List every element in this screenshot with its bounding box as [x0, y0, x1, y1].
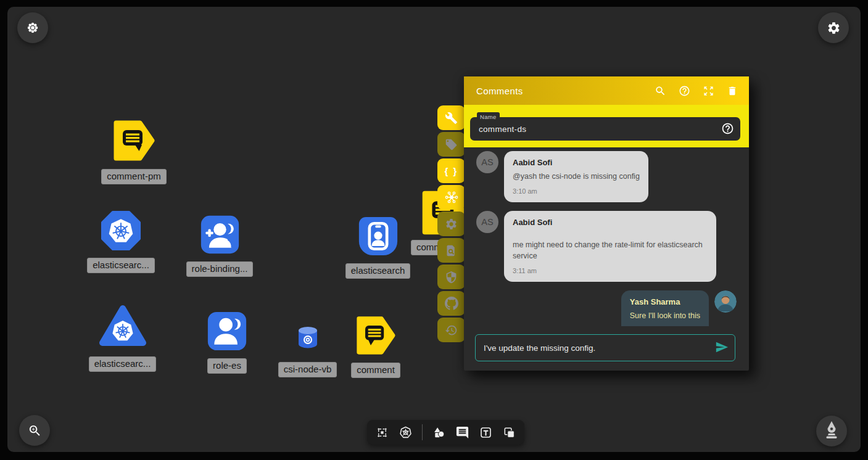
settings-button[interactable]	[437, 212, 465, 236]
node-label: role-binding...	[186, 261, 254, 277]
node-comment-pm[interactable]: comment-pm	[100, 119, 168, 184]
storage-cylinder-icon	[297, 326, 319, 350]
app-logo-button[interactable]	[17, 12, 48, 43]
node-role-binding[interactable]: role-binding...	[185, 215, 254, 277]
chat-input[interactable]	[476, 335, 735, 361]
github-button[interactable]	[437, 291, 465, 316]
shield-icon	[445, 271, 458, 284]
wrench-icon	[445, 112, 458, 125]
wrench-button[interactable]	[437, 105, 465, 130]
send-icon[interactable]	[715, 340, 729, 354]
message-bubble: Aabid Sofi @yash the csi-node is missing…	[504, 151, 648, 202]
doc-search-button[interactable]	[437, 238, 465, 263]
message-row: Yash Sharma Sure I'll look into this 3:2…	[464, 290, 749, 326]
message-author: Yash Sharma	[630, 297, 700, 308]
avatar-photo	[714, 290, 737, 313]
components-tool-button[interactable]	[375, 425, 389, 440]
gear-icon	[827, 21, 841, 35]
github-icon	[445, 297, 458, 310]
gear-icon	[445, 218, 458, 231]
history-button[interactable]	[437, 318, 465, 342]
service-account-icon	[358, 216, 399, 257]
message-time: 3:11 am	[513, 266, 708, 276]
mesh-asterisk-icon	[444, 190, 459, 205]
design-canvas[interactable]: comment-pm elasticsearc...	[7, 7, 861, 452]
node-label: elasticsearch	[345, 263, 411, 279]
message-row: AS Aabid Sofi @yash the csi-node is miss…	[464, 151, 749, 202]
message-author: Aabid Sofi	[513, 217, 708, 229]
node-label: comment	[351, 363, 400, 378]
name-field-block: Name	[464, 105, 749, 147]
zoom-fab[interactable]	[19, 415, 50, 446]
settings-fab[interactable]	[818, 12, 849, 43]
avatar: AS	[476, 211, 498, 233]
name-input[interactable]	[470, 117, 740, 141]
pen-nib-icon	[816, 416, 847, 446]
messages-list[interactable]: AS Aabid Sofi @yash the csi-node is miss…	[464, 147, 749, 326]
node-label: elasticsearc...	[87, 258, 155, 273]
mesh-button[interactable]	[437, 185, 465, 210]
node-role-es[interactable]: role-es	[199, 311, 255, 374]
text-icon	[479, 425, 493, 440]
node-comment[interactable]: comment	[350, 315, 401, 378]
shield-button[interactable]	[437, 265, 465, 289]
components-icon	[375, 425, 389, 440]
braces-icon: { }	[445, 166, 458, 176]
tag-icon	[445, 138, 458, 151]
toolbar-divider	[422, 424, 423, 440]
kubernetes-octagon-icon	[101, 210, 141, 251]
message-row: AS Aabid Sofi me might need to change th…	[464, 211, 749, 282]
node-label: elasticsearc...	[89, 356, 157, 372]
kubernetes-triangle-icon	[99, 304, 147, 350]
comments-panel-header[interactable]: Comments	[464, 76, 749, 105]
message-author: Aabid Sofi	[513, 157, 640, 169]
tag-button[interactable]	[437, 132, 465, 157]
history-icon	[445, 324, 458, 337]
trash-icon[interactable]	[727, 85, 738, 97]
role-binding-icon	[200, 215, 240, 255]
node-label: comment-pm	[101, 169, 167, 184]
comment-node-icon	[112, 119, 155, 162]
media-tool-button[interactable]	[502, 425, 516, 440]
comment-tool-button[interactable]	[455, 425, 469, 440]
comment-node-icon	[355, 315, 396, 356]
media-icon	[502, 425, 516, 440]
message-time: 3:22 am	[630, 324, 700, 326]
pen-fab[interactable]	[816, 416, 847, 446]
message-time: 3:10 am	[513, 187, 640, 197]
node-context-toolbar: { }	[437, 105, 465, 342]
comment-icon	[455, 425, 469, 440]
panel-title: Comments	[476, 86, 655, 96]
chat-input-wrap	[475, 334, 735, 361]
node-elasticsearch-octagon[interactable]: elasticsearc...	[89, 210, 153, 273]
role-icon	[207, 311, 247, 351]
message-text: @yash the csi-node is missing config	[513, 171, 640, 182]
node-elasticsearch-triangle[interactable]: elasticsearc...	[90, 304, 155, 372]
help-icon[interactable]	[721, 122, 734, 135]
bottom-toolbar	[367, 420, 524, 445]
shapes-icon	[432, 425, 446, 440]
doc-search-icon	[445, 244, 458, 257]
help-icon[interactable]	[679, 85, 690, 97]
search-icon[interactable]	[655, 85, 666, 97]
message-text: Sure I'll look into this	[630, 310, 700, 321]
comments-panel: Comments Name AS Aabid Sofi @yash the cs…	[464, 76, 749, 371]
message-bubble: Yash Sharma Sure I'll look into this 3:2…	[621, 290, 709, 326]
node-label: csi-node-vb	[278, 362, 337, 377]
text-tool-button[interactable]	[479, 425, 493, 440]
node-csi-node-vb[interactable]: csi-node-vb	[275, 326, 341, 377]
shapes-tool-button[interactable]	[432, 425, 446, 440]
node-elasticsearch-serviceaccount[interactable]: elasticsearch	[345, 216, 410, 279]
kubernetes-icon	[399, 425, 413, 440]
expand-icon[interactable]	[703, 85, 714, 97]
braces-button[interactable]: { }	[437, 158, 465, 183]
zoom-in-icon	[28, 424, 42, 438]
kubernetes-tool-button[interactable]	[399, 425, 413, 440]
message-text: me might need to change the rate-limit f…	[513, 239, 708, 261]
node-label: role-es	[207, 358, 247, 374]
meshery-logo-icon	[26, 21, 39, 35]
message-bubble: Aabid Sofi me might need to change the r…	[504, 211, 716, 282]
avatar: AS	[476, 151, 498, 173]
